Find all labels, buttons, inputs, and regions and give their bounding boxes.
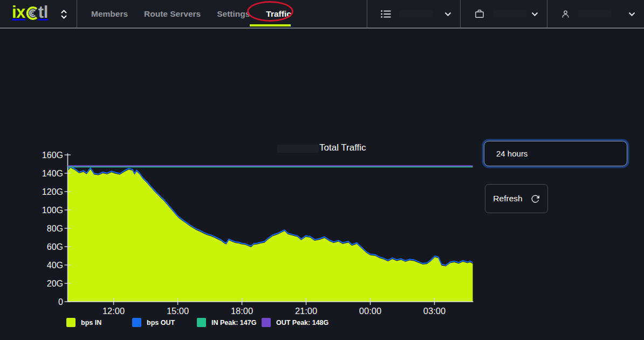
active-tab-indicator	[250, 24, 291, 26]
time-range-value: 24 hours	[496, 149, 527, 158]
list-icon	[381, 10, 391, 18]
brand-text-ix: ix	[12, 3, 25, 22]
legend-label: IN Peak: 147G	[211, 319, 256, 327]
y-tick-label: 60G	[47, 242, 63, 251]
legend-item-out-peak[interactable]: OUT Peak: 148G	[262, 318, 328, 327]
y-tick-label: 140G	[42, 169, 63, 178]
x-tick-label: 03:00	[423, 306, 446, 316]
bps-in-area	[68, 168, 473, 302]
chevron-down-icon	[628, 12, 635, 16]
x-tick-label: 18:00	[231, 306, 253, 316]
y-tick-label: 20G	[47, 279, 63, 288]
redacted-text	[399, 10, 433, 17]
org-switcher-button[interactable]	[56, 4, 71, 24]
legend-item-bps-in[interactable]: bps IN	[66, 318, 101, 327]
x-tick-label: 21:00	[295, 306, 317, 316]
y-tick-label: 40G	[47, 261, 63, 270]
x-tick-label: 12:00	[102, 306, 125, 316]
brand-logo[interactable]: ix tl	[12, 3, 48, 22]
y-tick-label: 120G	[42, 187, 63, 196]
legend-item-bps-out[interactable]: bps OUT	[132, 318, 175, 327]
y-tick-label: 80G	[47, 224, 63, 233]
traffic-chart-plot[interactable]: 020G40G60G80G100G120G140G160G12:0015:001…	[0, 136, 480, 322]
legend-label: bps OUT	[147, 319, 175, 327]
legend-swatch-bps-in	[66, 318, 76, 327]
legend-label: OUT Peak: 148G	[276, 319, 328, 327]
legend-label: bps IN	[81, 319, 101, 327]
y-tick-label: 100G	[42, 206, 63, 215]
nav-item-settings[interactable]: Settings	[217, 9, 250, 19]
redacted-text	[493, 10, 526, 17]
refresh-button[interactable]: Refresh	[485, 184, 548, 213]
user-icon	[561, 9, 570, 19]
legend-swatch-bps-out	[132, 318, 141, 327]
x-tick-label: 00:00	[359, 306, 381, 316]
time-range-select[interactable]: 24 hours	[484, 141, 627, 166]
top-navbar: ix tl Members Route Servers Settings Tra…	[0, 0, 644, 29]
x-tick-label: 15:00	[167, 306, 189, 316]
legend-item-in-peak[interactable]: IN Peak: 147G	[197, 318, 256, 327]
briefcase-icon	[474, 9, 485, 19]
refresh-label: Refresh	[493, 194, 522, 203]
main-nav: Members Route Servers Settings Traffic	[91, 0, 291, 28]
navbar-divider	[77, 0, 77, 28]
y-tick-label: 160G	[42, 151, 63, 160]
nav-item-members[interactable]: Members	[91, 9, 128, 19]
user-account-dropdown[interactable]	[547, 0, 644, 28]
unfold-icon	[60, 9, 67, 19]
y-tick-label: 0	[58, 297, 63, 307]
nav-item-route-servers[interactable]: Route Servers	[144, 9, 201, 19]
legend-swatch-in-peak	[197, 318, 206, 327]
brand-c-mark-icon	[25, 4, 40, 22]
chevron-down-icon	[531, 12, 538, 16]
legend-swatch-out-peak	[262, 318, 271, 327]
redacted-text	[578, 10, 612, 17]
organization-select-dropdown[interactable]	[460, 0, 547, 28]
nav-item-traffic[interactable]: Traffic	[266, 9, 291, 19]
chevron-down-icon	[444, 12, 451, 16]
brand-text-tl: tl	[38, 3, 48, 22]
refresh-icon	[531, 194, 540, 203]
exchange-select-dropdown[interactable]	[367, 0, 460, 28]
